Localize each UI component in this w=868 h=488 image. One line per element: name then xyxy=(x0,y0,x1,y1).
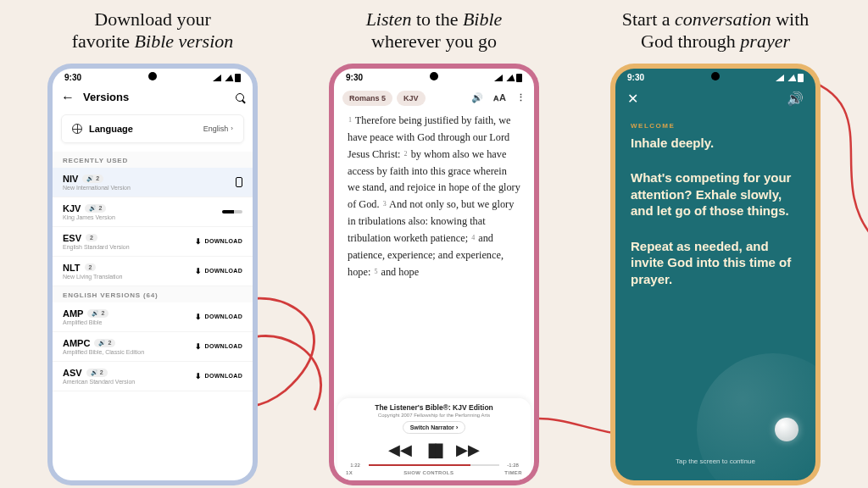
book-chapter-chip[interactable]: Romans 5 xyxy=(342,91,392,106)
battery-icon xyxy=(798,74,804,82)
camera-notch xyxy=(148,72,157,80)
globe-icon xyxy=(72,124,82,134)
version-full: New Living Translation xyxy=(63,274,122,280)
panel-versions: Download your favorite Bible version 9:3… xyxy=(17,8,288,485)
page-title: Versions xyxy=(83,91,227,103)
download-icon: ⬇ xyxy=(195,313,202,321)
audio-icon[interactable]: 🔊 xyxy=(471,92,483,103)
version-row-kjv[interactable]: KJV🔊 2 King James Version xyxy=(53,197,253,227)
audio-icon[interactable]: 🔊 xyxy=(787,91,804,107)
version-full: Amplified Bible xyxy=(63,319,108,325)
camera-notch xyxy=(711,72,720,80)
screen-versions: 9:30 ← Versions Language English› RECENT… xyxy=(53,69,253,480)
section-recently-used: RECENTLY USED xyxy=(53,152,253,168)
version-abbr: KJV xyxy=(63,203,81,214)
headline-versions: Download your favorite Bible version xyxy=(72,8,234,53)
count-badge: 2 xyxy=(85,263,97,271)
verse-number: 4 xyxy=(470,234,476,241)
camera-notch xyxy=(430,72,438,80)
version-row-nlt[interactable]: NLT2 New Living Translation ⬇DOWNLOAD xyxy=(53,257,253,286)
phone-frame-2: 9:30 Romans 5 KJV 🔊 ᴀA ⋮ 1 Therefore bei… xyxy=(329,64,539,485)
section-english-versions: ENGLISH VERSIONS (64) xyxy=(53,286,253,302)
battery-icon xyxy=(516,74,522,82)
version-full: English Standard Version xyxy=(63,244,130,250)
more-icon[interactable]: ⋮ xyxy=(516,92,526,103)
chevron-right-icon: › xyxy=(231,125,233,132)
download-button[interactable]: ⬇DOWNLOAD xyxy=(195,342,242,351)
signal-icon xyxy=(776,75,784,81)
download-icon: ⬇ xyxy=(195,267,202,275)
download-button[interactable]: ⬇DOWNLOAD xyxy=(195,267,242,275)
version-row-niv[interactable]: NIV🔊 2 New International Version xyxy=(53,168,253,197)
version-chip[interactable]: KJV xyxy=(397,91,426,106)
verse-number: 3 xyxy=(382,200,387,208)
download-icon: ⬇ xyxy=(195,372,202,380)
version-full: American Standard Version xyxy=(63,379,135,385)
headline-listen: Listen to the Bible wherever you go xyxy=(366,8,503,53)
version-row-asv[interactable]: ASV🔊 2 American Standard Version ⬇DOWNLO… xyxy=(53,362,253,391)
download-button[interactable]: ⬇DOWNLOAD xyxy=(195,237,242,246)
time-elapsed: 1:22 xyxy=(346,463,364,468)
audio-badge: 🔊 2 xyxy=(82,175,103,183)
search-icon[interactable] xyxy=(236,93,244,102)
verse-number: 5 xyxy=(373,268,378,275)
version-row-ampc[interactable]: AMPC🔊 2 Amplified Bible, Classic Edition… xyxy=(53,332,253,362)
battery-icon xyxy=(235,74,241,82)
language-value: English xyxy=(203,125,229,133)
player-title: The Listener's Bible®: KJV Edition xyxy=(346,403,522,412)
panel-listen: Listen to the Bible wherever you go 9:30… xyxy=(298,8,570,485)
back-button[interactable]: ← xyxy=(61,91,75,104)
speed-button[interactable]: 1X xyxy=(346,470,353,475)
audio-badge: 🔊 2 xyxy=(86,369,108,377)
phone-frame-1: 9:30 ← Versions Language English› RECENT… xyxy=(47,64,258,485)
status-time: 9:30 xyxy=(64,73,81,82)
version-full: New International Version xyxy=(63,185,131,191)
prayer-line: Repeat as needed, and invite God into th… xyxy=(631,238,800,288)
prayer-body: Inhale deeply. What's competing for your… xyxy=(615,130,815,293)
version-abbr: AMP xyxy=(63,308,83,319)
switch-narrator-button[interactable]: Switch Narrator › xyxy=(403,421,466,434)
version-row-esv[interactable]: ESV2 English Standard Version ⬇DOWNLOAD xyxy=(53,227,253,257)
text-size-icon[interactable]: ᴀA xyxy=(493,92,506,103)
scripture-text[interactable]: 1 Therefore being justified by faith, we… xyxy=(334,113,534,398)
wifi-icon xyxy=(786,75,797,81)
language-label: Language xyxy=(89,124,133,134)
download-button[interactable]: ⬇DOWNLOAD xyxy=(195,372,242,380)
prayer-line: What's competing for your attention? Exh… xyxy=(631,169,800,219)
verse-number: 1 xyxy=(348,116,353,124)
version-row-amp[interactable]: AMP🔊 2 Amplified Bible ⬇DOWNLOAD xyxy=(53,302,253,332)
verse-text: and hope xyxy=(381,266,419,278)
language-selector[interactable]: Language English› xyxy=(61,114,244,143)
screen-prayer[interactable]: 9:30 ✕ 🔊 WELCOME Inhale deeply. What's c… xyxy=(615,69,815,480)
screen-reader: 9:30 Romans 5 KJV 🔊 ᴀA ⋮ 1 Therefore bei… xyxy=(334,69,534,480)
verse-number: 2 xyxy=(403,150,409,158)
status-time: 9:30 xyxy=(346,73,363,82)
progress-slider[interactable] xyxy=(369,464,499,466)
version-abbr: ASV xyxy=(63,368,82,378)
show-controls-button[interactable]: SHOW CONTROLS xyxy=(403,470,453,475)
audio-badge: 🔊 2 xyxy=(85,204,106,213)
version-full: Amplified Bible, Classic Edition xyxy=(63,349,144,355)
download-button[interactable]: ⬇DOWNLOAD xyxy=(195,313,242,321)
prayer-line: Inhale deeply. xyxy=(631,135,800,152)
device-icon xyxy=(236,177,242,187)
version-abbr: AMPC xyxy=(63,338,90,348)
close-button[interactable]: ✕ xyxy=(627,91,638,107)
version-abbr: NIV xyxy=(63,174,78,184)
signal-icon xyxy=(494,75,503,81)
phone-frame-3: 9:30 ✕ 🔊 WELCOME Inhale deeply. What's c… xyxy=(610,64,821,485)
chevron-right-icon: › xyxy=(456,424,459,431)
rewind-button[interactable]: ◀◀ xyxy=(388,441,412,459)
pause-button[interactable]: ▮▮ xyxy=(427,439,441,461)
forward-button[interactable]: ▶▶ xyxy=(456,441,480,459)
prayer-section-label: WELCOME xyxy=(615,110,815,130)
download-icon: ⬇ xyxy=(195,342,202,351)
time-remaining: -1:28 xyxy=(504,463,522,468)
sleep-timer-button[interactable]: TIMER xyxy=(504,470,522,475)
headline-prayer: Start a conversation with God through pr… xyxy=(622,8,810,53)
download-progress xyxy=(222,210,242,214)
download-icon: ⬇ xyxy=(195,237,202,246)
status-time: 9:30 xyxy=(627,73,644,82)
wifi-icon xyxy=(504,75,515,81)
audio-badge: 🔊 2 xyxy=(87,309,108,318)
